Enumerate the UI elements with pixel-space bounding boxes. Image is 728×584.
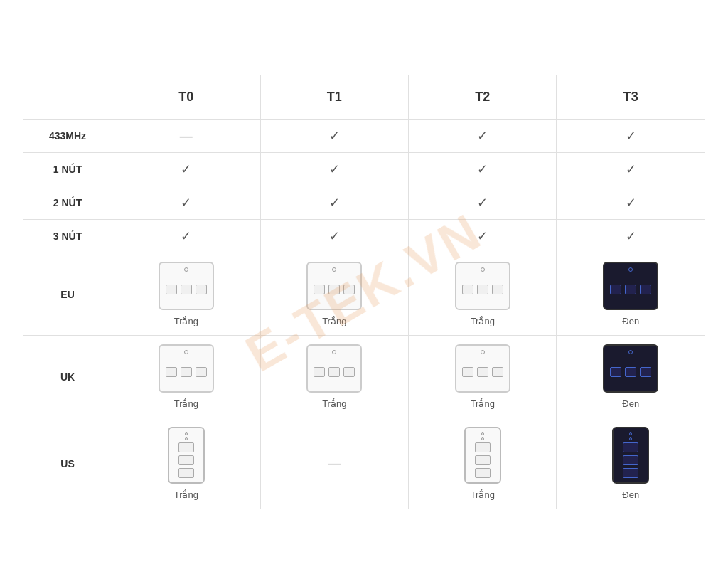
table-row-uk: UK Trắng [23,336,705,418]
buttons-row [462,367,503,377]
top-dots [481,432,484,440]
btn-icon [178,455,194,465]
table-row: 2 NÚT ✓ ✓ ✓ ✓ [23,186,705,220]
device-color-label: Trắng [174,489,198,500]
cell-1nut-t0: ✓ [112,153,260,186]
device-wrapper: Trắng [118,262,254,326]
btn-icon [328,367,340,377]
cell-eu-t2: Trắng [409,253,557,336]
check-icon: ✓ [329,162,340,176]
btn-icon [475,442,491,452]
header-col-empty [23,75,112,120]
switch-us-white-icon [168,427,205,484]
device-color-label: Trắng [174,316,198,326]
switch-uk-white-icon [306,344,362,393]
btn-icon [343,285,355,294]
device-wrapper: Trắng [414,427,550,500]
check-icon: ✓ [329,196,340,210]
switch-us-white-icon [464,427,501,484]
cell-1nut-t2: ✓ [409,153,557,186]
check-icon: ✓ [181,196,191,210]
check-icon: ✓ [181,162,191,176]
btn-icon [166,285,177,294]
device-wrapper: Trắng [267,344,402,409]
btn-icon [196,285,207,294]
cell-2nut-t2: ✓ [409,186,557,220]
cell-2nut-t0: ✓ [112,186,260,220]
table-row: 3 NÚT ✓ ✓ ✓ ✓ [23,220,705,253]
cell-2nut-t1: ✓ [260,186,408,220]
cell-uk-t3: Đen [557,336,705,418]
top-dot [481,267,485,272]
row-label-1nut: 1 NÚT [23,153,112,186]
device-color-label: Đen [622,316,639,326]
check-icon: ✓ [329,229,340,243]
buttons-row [314,285,355,294]
btn-icon [477,367,488,377]
cell-1nut-t3: ✓ [557,153,705,186]
btn-icon [166,367,177,377]
buttons-row [314,367,355,377]
cell-freq-t2: ✓ [409,120,557,153]
device-wrapper: Trắng [118,427,254,500]
btn-icon [178,468,194,478]
check-icon: ✓ [626,229,636,243]
cell-eu-t3: Đen [557,253,705,336]
top-dot [332,267,336,272]
switch-uk-white-icon [159,344,214,393]
device-wrapper: Đen [562,344,699,409]
device-color-label: Trắng [471,316,495,326]
btn-icon [610,285,621,294]
device-wrapper: Đen [562,427,699,500]
btn-icon [181,285,192,294]
check-icon: ✓ [477,196,488,210]
switch-eu-white-icon [455,262,510,310]
check-icon: ✓ [626,162,636,176]
top-dot [332,350,336,354]
comparison-table: T0 T1 T2 T3 433MHz — ✓ ✓ ✓ 1 NÚT [23,75,705,509]
check-icon: ✓ [477,229,488,243]
switch-eu-black-icon [603,262,658,310]
row-label-freq: 433MHz [23,120,112,153]
top-dot [184,350,188,354]
btn-icon [178,442,194,452]
cell-eu-t0: Trắng [112,253,260,336]
header-t3: T3 [557,75,705,120]
cell-3nut-t1: ✓ [260,220,408,253]
check-icon: ✓ [626,196,636,210]
switch-uk-white-icon [455,344,510,393]
dot-icon [629,437,632,440]
btn-icon [623,442,638,452]
btn-icon [623,455,638,465]
dot-icon [629,432,632,435]
switch-eu-white-icon [159,262,214,310]
cell-3nut-t0: ✓ [112,220,260,253]
row-label-3nut: 3 NÚT [23,220,112,253]
device-color-label: Trắng [322,316,346,326]
buttons-row [166,285,207,294]
cell-uk-t1: Trắng [260,336,408,418]
btn-icon [625,285,636,294]
row-label-2nut: 2 NÚT [23,186,112,220]
dash-icon: — [180,129,193,143]
btn-icon [610,367,621,377]
device-wrapper: Trắng [414,344,550,409]
top-dot-b [628,350,633,354]
cell-us-t3: Đen [557,418,705,509]
top-dot-b [628,267,633,272]
top-dot [481,350,485,354]
cell-3nut-t3: ✓ [557,220,705,253]
btn-icon [492,285,503,294]
btn-icon [640,367,651,377]
btn-icon [314,367,325,377]
switch-eu-white-icon [306,262,362,310]
btn-icon [314,285,325,294]
header-t0: T0 [112,75,260,120]
device-wrapper: Trắng [267,262,402,326]
device-wrapper: Trắng [118,344,254,409]
btn-icon [625,367,636,377]
check-icon: ✓ [626,129,636,143]
device-color-label: Trắng [471,489,495,500]
check-icon: ✓ [477,162,488,176]
dot-icon [185,437,188,440]
